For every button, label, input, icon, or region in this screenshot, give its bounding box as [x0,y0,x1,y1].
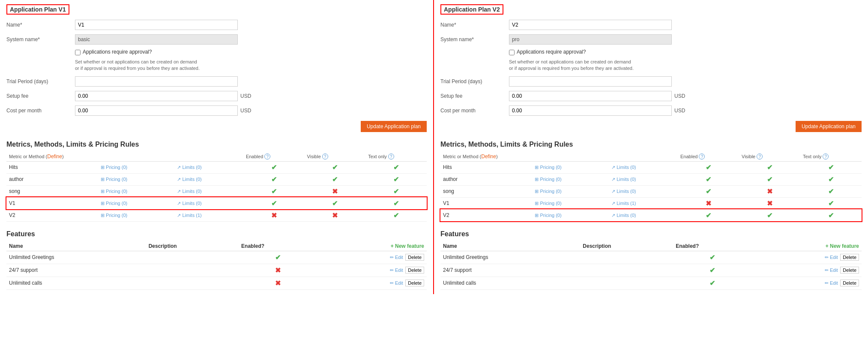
pricing-link-v1-v2[interactable]: ⊞ Pricing (0) [535,201,561,206]
feature-enabled-greetings-v2: ✔ [709,254,715,261]
cost-input-v2[interactable] [509,105,672,116]
pricing-link-author-v2[interactable]: ⊞ Pricing (0) [535,177,561,182]
system-name-row-v2: System name* [440,34,862,45]
metric-name-song-v2: song [440,185,532,197]
visible-author-v1: ✔ [332,176,338,183]
visible-help-icon-v2[interactable]: ? [757,153,763,159]
pricing-link-v1-v1[interactable]: ⊞ Pricing (0) [101,201,127,206]
features-title-v2: Features [440,230,862,238]
trial-label-v2: Trial Period (days) [440,78,509,84]
cost-row: Cost per month USD [6,105,427,116]
cost-row-v2: Cost per month USD [440,105,862,116]
limits-link-song-v2[interactable]: ↗ Limits (0) [611,189,636,194]
approval-checkbox[interactable] [75,50,81,55]
feature-enabled-calls-v2: ✔ [709,280,715,287]
setup-fee-input-v2[interactable] [509,91,672,101]
setup-fee-input[interactable] [75,91,238,101]
pricing-link-v2-v1[interactable]: ⊞ Pricing (0) [101,213,127,218]
feature-delete-greetings-v2[interactable]: Delete [840,254,859,261]
limits-link-song-v1[interactable]: ↗ Limits (0) [177,189,201,194]
metric-name-v2-v1: V2 [6,209,98,221]
cost-currency: USD [240,108,251,114]
textonly-hits-v2: ✔ [828,164,834,171]
feature-desc-support-v2 [580,264,673,277]
metric-name-hits-v1: Hits [6,161,98,173]
textonly-help-icon-v1[interactable]: ? [388,153,394,159]
limits-link-author-v1[interactable]: ↗ Limits (0) [177,177,201,182]
th-metric-v2: Metric or Method (Define) [440,152,532,162]
limits-link-author-v2[interactable]: ↗ Limits (0) [611,177,636,182]
limits-link-v2-v2[interactable]: ↗ Limits (0) [611,213,636,218]
feature-row-support-v2: 24/7 support ✔ ✏ Edit Delete [440,264,862,277]
approval-hint: Set whether or not applications can be c… [6,59,427,72]
textonly-v1-v1: ✔ [393,200,399,207]
textonly-v1-v2: ✔ [828,200,834,207]
trial-input-v2[interactable] [509,76,672,87]
features-table-v2: Name Description Enabled? + New feature … [440,241,862,290]
trial-input[interactable] [75,76,238,87]
feature-name-greetings-v2: Unlimited Greetings [440,251,580,264]
update-btn-v2[interactable]: Update Application plan [796,121,862,132]
pricing-link-v2-v2[interactable]: ⊞ Pricing (0) [535,213,561,218]
feature-delete-support-v1[interactable]: Delete [405,267,424,274]
cost-input[interactable] [75,105,238,116]
th-limits-v2 [609,152,678,162]
visible-help-icon-v1[interactable]: ? [322,153,328,159]
panel-v1: Application Plan V1 Name* System name* A… [0,0,434,294]
setup-fee-currency-v2: USD [674,93,685,99]
feature-edit-calls-v1[interactable]: ✏ Edit [390,280,403,286]
limits-link-v1-v1[interactable]: ↗ Limits (0) [177,201,201,206]
update-btn-v1[interactable]: Update Application plan [361,121,427,132]
enabled-help-icon-v1[interactable]: ? [264,153,270,159]
pricing-link-song-v1[interactable]: ⊞ Pricing (0) [101,189,127,194]
panel-v2-title: Application Plan V2 [440,4,503,15]
feature-edit-greetings-v1[interactable]: ✏ Edit [390,255,403,260]
enabled-help-icon-v2[interactable]: ? [699,153,705,159]
define-link-v2[interactable]: Define [481,153,496,159]
feature-row-greetings-v1: Unlimited Greetings ✔ ✏ Edit Delete [6,251,427,264]
features-th-enabled-v2: Enabled? [673,241,752,251]
feature-edit-greetings-v2[interactable]: ✏ Edit [825,255,838,260]
th-visible-v2: Visible? [739,152,800,162]
name-row: Name* [6,20,427,30]
limits-link-v1-v2[interactable]: ↗ Limits (1) [611,201,636,206]
metric-row-v2-v2: V2 ⊞ Pricing (0) ↗ Limits (0) ✔ ✔ ✔ [440,209,862,221]
feature-delete-greetings-v1[interactable]: Delete [405,254,424,261]
pricing-link-hits-v1[interactable]: ⊞ Pricing (0) [101,165,127,170]
approval-checkbox-v2[interactable] [509,50,515,55]
metric-row-v2-v1: V2 ⊞ Pricing (0) ↗ Limits (1) ✖ ✖ ✔ [6,209,427,221]
feature-row-calls-v1: Unlimited calls ✖ ✏ Edit Delete [6,277,427,289]
feature-edit-support-v1[interactable]: ✏ Edit [390,268,403,273]
limits-link-v2-v1[interactable]: ↗ Limits (1) [177,213,201,218]
feature-edit-support-v2[interactable]: ✏ Edit [825,268,838,273]
metric-name-author-v2: author [440,173,532,185]
th-visible-v1: Visible? [305,152,366,162]
metrics-table-v1: Metric or Method (Define) Enabled? Visib… [6,152,427,222]
trial-label: Trial Period (days) [6,78,75,84]
name-input-v2[interactable] [509,20,672,30]
metric-row-v1-v2: V1 ⊞ Pricing (0) ↗ Limits (1) ✖ ✖ ✔ [440,197,862,209]
textonly-song-v2: ✔ [828,188,834,195]
limits-link-hits-v1[interactable]: ↗ Limits (0) [177,165,201,170]
feature-edit-calls-v2[interactable]: ✏ Edit [825,280,838,286]
pricing-link-hits-v2[interactable]: ⊞ Pricing (0) [535,165,561,170]
name-input[interactable] [75,20,238,30]
feature-delete-support-v2[interactable]: Delete [840,267,859,274]
pricing-link-song-v2[interactable]: ⊞ Pricing (0) [535,189,561,194]
feature-delete-calls-v1[interactable]: Delete [405,280,424,286]
textonly-help-icon-v2[interactable]: ? [823,153,829,159]
features-th-desc-v1: Description [146,241,239,251]
feature-enabled-greetings-v1: ✔ [275,254,281,261]
metric-name-v1-v1: V1 [6,197,98,209]
new-feature-link-v1[interactable]: + New feature [391,243,424,249]
update-btn-row-v2: Update Application plan [440,121,862,132]
new-feature-link-v2[interactable]: + New feature [826,243,859,249]
th-limits-v1 [174,152,243,162]
feature-delete-calls-v2[interactable]: Delete [840,280,859,286]
pricing-link-author-v1[interactable]: ⊞ Pricing (0) [101,177,127,182]
panel-v1-title: Application Plan V1 [6,4,69,15]
limits-link-hits-v2[interactable]: ↗ Limits (0) [611,165,636,170]
feature-enabled-support-v1: ✖ [275,267,281,274]
define-link-v1[interactable]: Define [47,153,62,159]
visible-author-v2: ✔ [767,176,772,183]
